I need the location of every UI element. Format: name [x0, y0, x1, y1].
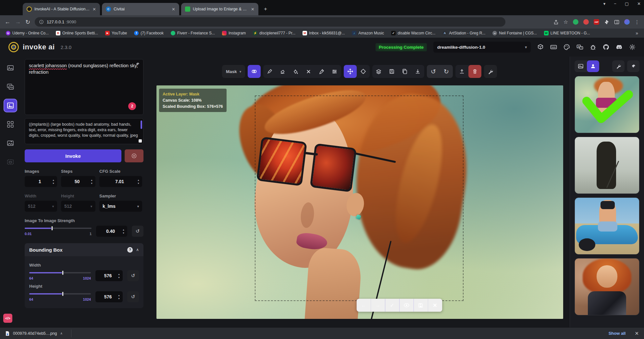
images-input[interactable]: 1 ▲▼	[25, 176, 57, 187]
reset-view-button[interactable]	[357, 65, 370, 78]
tab-nodes[interactable]	[4, 118, 17, 131]
gallery-thumbnail[interactable]	[575, 197, 639, 255]
bookmark-item[interactable]: AArtStation - Greg R...	[442, 31, 485, 35]
maximize-button[interactable]: ▢	[625, 1, 629, 6]
stepper[interactable]: ▲▼	[52, 179, 55, 184]
bookmark-item[interactable]: ✓disable Wacom Circ...	[391, 31, 435, 35]
gallery-settings-button[interactable]	[612, 60, 625, 72]
next-image-button[interactable]: →	[371, 299, 385, 312]
reload-button[interactable]: ↻	[25, 19, 30, 26]
close-download-bar-icon[interactable]: ✕	[635, 331, 639, 336]
bookmark-item[interactable]: ∞Neil Fontaine | CGS...	[492, 31, 537, 35]
redo-button[interactable]: ↻	[440, 65, 453, 78]
tab-image-to-image[interactable]	[4, 80, 17, 94]
upload-image-button[interactable]	[455, 65, 468, 78]
color-picker-button[interactable]	[315, 65, 328, 78]
bbox-width-slider[interactable]	[29, 270, 91, 275]
tab-close-icon[interactable]: ✕	[93, 7, 96, 12]
bookmark-item[interactable]: BOnline Sports Betti...	[56, 31, 98, 35]
tab-close-icon[interactable]: ✕	[172, 7, 175, 12]
model-select[interactable]: dreamlike-diffusion-1.0 ▾	[433, 42, 531, 53]
gallery-thumbnail[interactable]	[575, 258, 639, 315]
stepper[interactable]: ▲▼	[118, 294, 120, 300]
bookmark-item[interactable]: MInbox - klk56831@...	[303, 31, 345, 35]
hotkeys-icon[interactable]	[550, 44, 557, 50]
width-select[interactable]: 512 ▾	[25, 201, 57, 212]
gallery-thumbnail-selected[interactable]	[575, 76, 639, 133]
tab-close-icon[interactable]: ✕	[251, 7, 254, 12]
download-menu-icon[interactable]: ∧	[60, 332, 63, 335]
bookmark-item[interactable]: f(7) Facebook	[134, 31, 164, 35]
language-icon[interactable]: A?	[576, 44, 583, 50]
negative-prompt-input[interactable]: ((implants)) (large boobs) nude bad anat…	[25, 118, 143, 144]
gallery-images-button[interactable]	[575, 60, 587, 72]
tab-invokeai[interactable]: InvokeAI - A Stable Diffusion Too ✕	[23, 3, 100, 15]
tab-post-processing[interactable]	[4, 136, 17, 150]
bookmark-item[interactable]: ▶YouTube	[105, 31, 127, 35]
show-all-downloads-link[interactable]: Show all	[609, 331, 626, 336]
mask-options-button[interactable]	[248, 65, 261, 78]
bug-report-icon[interactable]	[590, 44, 596, 50]
stepper[interactable]: ▲▼	[118, 273, 120, 279]
tab-upload-image[interactable]: Upload Image to Enlarge & Enla ✕	[181, 3, 258, 15]
copy-to-clipboard-button[interactable]	[398, 65, 411, 78]
bounding-box-selection[interactable]	[255, 95, 464, 301]
layer-select[interactable]: Mask ▾	[222, 65, 245, 78]
accept-image-button[interactable]: ✓	[385, 299, 399, 312]
resize-handle[interactable]	[139, 139, 142, 143]
merge-visible-button[interactable]	[372, 65, 385, 78]
move-tool-button[interactable]	[344, 65, 357, 78]
download-item[interactable]: 000979.40d74eb5....png ∧	[5, 331, 63, 336]
close-window-button[interactable]: ✕	[637, 1, 641, 6]
bbox-height-reset-button[interactable]: ↺	[127, 291, 139, 302]
extensions-puzzle-icon[interactable]	[604, 19, 609, 25]
brush-options-button[interactable]	[328, 65, 341, 78]
canvas-settings-button[interactable]	[484, 65, 497, 78]
pin-icon[interactable]	[135, 62, 140, 67]
back-button[interactable]: ←	[5, 19, 10, 25]
fill-bounding-box-button[interactable]	[289, 65, 302, 78]
bookmark-star-icon[interactable]: ☆	[564, 19, 568, 25]
console-toggle-button[interactable]: </>	[3, 314, 12, 323]
bookmark-item[interactable]: ⚡discipleneil777 - Pr...	[253, 31, 295, 35]
new-tab-button[interactable]: +	[261, 5, 270, 14]
discord-icon[interactable]	[616, 44, 623, 50]
bookmark-item[interactable]: WLINE WEBTOON - G...	[544, 31, 590, 35]
bookmark-item[interactable]: Fiverr - Freelance S...	[171, 31, 215, 35]
site-info-icon[interactable]	[39, 20, 43, 24]
save-staging-button[interactable]	[414, 299, 428, 312]
previous-image-button[interactable]: ←	[356, 299, 371, 312]
gallery-thumbnail[interactable]	[575, 137, 639, 194]
strength-reset-button[interactable]: ↺	[132, 226, 143, 237]
strength-slider[interactable]	[25, 226, 92, 231]
tab-civitai[interactable]: C Civitai ✕	[102, 3, 179, 15]
tab-text-to-image[interactable]	[4, 61, 17, 75]
bookmarks-overflow-icon[interactable]: »	[636, 31, 638, 36]
theme-palette-icon[interactable]	[564, 44, 570, 50]
stepper[interactable]: ▲▼	[122, 229, 125, 234]
bookmark-item[interactable]: ♪Amazon Music	[352, 31, 384, 35]
extension-icon[interactable]	[573, 19, 578, 25]
steps-input[interactable]: 50 ▲▼	[61, 176, 95, 187]
share-icon[interactable]	[553, 19, 559, 25]
bbox-width-input[interactable]: 576 ▲▼	[95, 270, 123, 281]
browser-menu-icon[interactable]: ⋮	[635, 19, 639, 25]
collapse-icon[interactable]: ∧	[136, 247, 139, 252]
tab-search-icon[interactable]: ▾	[603, 1, 606, 6]
github-icon[interactable]	[603, 44, 609, 50]
address-bar[interactable]: 127.0.0.1:9090	[35, 17, 505, 27]
invoke-button[interactable]: Invoke	[25, 149, 121, 162]
bbox-width-reset-button[interactable]: ↺	[127, 270, 139, 281]
sampler-select[interactable]: k_lms ▾	[99, 201, 142, 212]
gallery-user-button[interactable]	[587, 60, 599, 72]
help-icon[interactable]: ?	[127, 247, 133, 253]
gallery-pin-button[interactable]	[627, 60, 639, 72]
cfg-scale-input[interactable]: 7.01 ▲▼	[99, 176, 142, 187]
bbox-height-slider[interactable]	[29, 291, 91, 296]
prompt-input[interactable]: scarlett johansson (round sunglasses) re…	[25, 59, 143, 115]
strength-input[interactable]: 0.40 ▲▼	[96, 226, 127, 237]
download-image-button[interactable]	[411, 65, 424, 78]
undo-button[interactable]: ↺	[427, 65, 440, 78]
bookmark-item[interactable]: UUdemy - Online Co...	[6, 31, 49, 35]
model-manager-icon[interactable]	[537, 44, 544, 50]
